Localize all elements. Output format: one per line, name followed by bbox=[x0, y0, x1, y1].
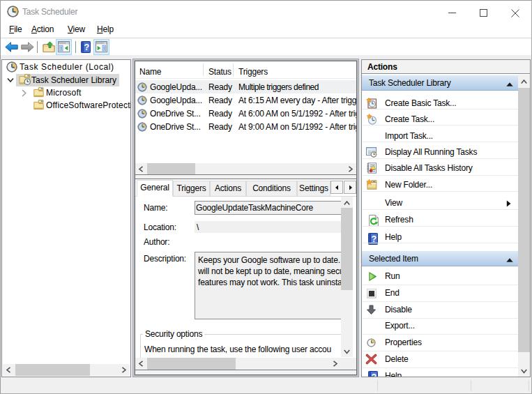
svg-text:?: ? bbox=[84, 43, 90, 52]
svg-text:?: ? bbox=[372, 372, 377, 377]
